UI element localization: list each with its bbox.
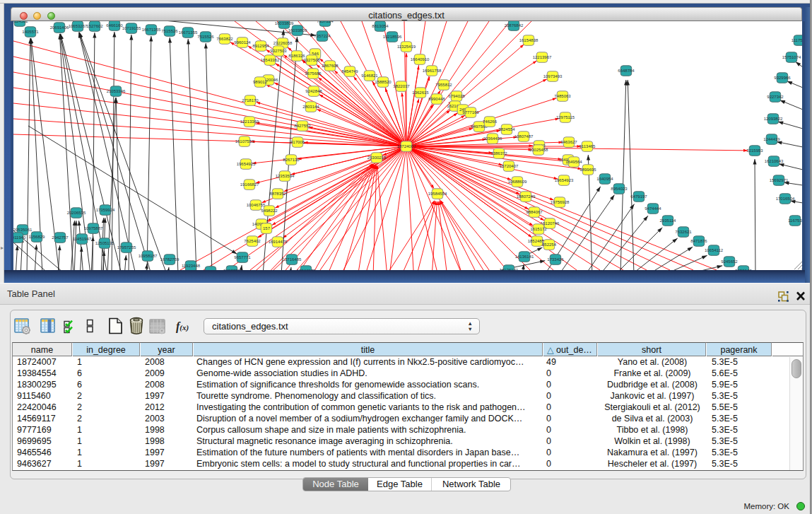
svg-text:9463627: 9463627 xyxy=(560,140,577,144)
svg-text:1588520: 1588520 xyxy=(375,80,392,84)
svg-text:9113465: 9113465 xyxy=(579,144,596,148)
svg-text:2867608: 2867608 xyxy=(322,64,339,68)
svg-text:16961758: 16961758 xyxy=(423,69,442,73)
svg-text:1244419: 1244419 xyxy=(763,137,780,141)
svg-text:9124502: 9124502 xyxy=(13,21,28,23)
svg-text:10688609: 10688609 xyxy=(508,180,527,184)
svg-text:3215953: 3215953 xyxy=(746,148,763,153)
svg-text:11923448: 11923448 xyxy=(182,264,201,268)
svg-text:12213967: 12213967 xyxy=(533,55,552,59)
svg-text:1117580: 1117580 xyxy=(792,38,802,42)
svg-text:7515526: 7515526 xyxy=(161,29,178,33)
svg-text:18724007: 18724007 xyxy=(397,144,416,148)
svg-text:16033809: 16033809 xyxy=(288,28,307,33)
svg-text:8454749: 8454749 xyxy=(341,69,358,74)
svg-text:7357224: 7357224 xyxy=(317,21,334,23)
svg-text:23226058: 23226058 xyxy=(273,41,293,45)
svg-text:8990448: 8990448 xyxy=(428,97,445,101)
svg-text:16671355: 16671355 xyxy=(142,28,161,32)
svg-text:9327503: 9327503 xyxy=(270,49,287,53)
svg-text:10719155: 10719155 xyxy=(122,26,141,30)
svg-text:8912954: 8912954 xyxy=(252,44,269,48)
svg-text:5498222: 5498222 xyxy=(261,209,278,213)
svg-text:16671355: 16671355 xyxy=(179,30,198,35)
svg-text:3911940: 3911940 xyxy=(13,235,26,240)
svg-text:116753: 116753 xyxy=(788,218,802,223)
svg-text:16640910: 16640910 xyxy=(411,57,430,62)
svg-text:19218596: 19218596 xyxy=(383,35,402,39)
svg-text:2935114: 2935114 xyxy=(660,218,677,223)
svg-text:25300215: 25300215 xyxy=(367,156,387,160)
svg-text:1615172: 1615172 xyxy=(530,227,547,231)
svg-text:8813054: 8813054 xyxy=(372,24,389,28)
svg-text:2718170: 2718170 xyxy=(242,98,259,103)
svg-text:1156829: 1156829 xyxy=(29,235,46,239)
svg-text:3675685: 3675685 xyxy=(305,71,322,76)
svg-text:1527602: 1527602 xyxy=(86,24,103,28)
svg-text:10046755: 10046755 xyxy=(247,203,266,207)
svg-text:10975887: 10975887 xyxy=(84,226,103,230)
svg-text:9242848: 9242848 xyxy=(305,89,322,93)
svg-text:852254: 852254 xyxy=(542,243,557,247)
svg-text:1649564: 1649564 xyxy=(565,160,582,164)
svg-text:12213369: 12213369 xyxy=(240,119,259,124)
svg-text:989012: 989012 xyxy=(253,80,268,84)
svg-text:9146821: 9146821 xyxy=(361,74,378,78)
svg-text:9327508: 9327508 xyxy=(303,58,320,62)
svg-text:16210643: 16210643 xyxy=(765,159,784,163)
svg-text:19584554: 19584554 xyxy=(428,192,447,196)
svg-text:16107553: 16107553 xyxy=(235,139,254,144)
svg-text:8427552: 8427552 xyxy=(294,124,311,128)
svg-text:1362615: 1362615 xyxy=(412,90,429,95)
svg-text:17957255: 17957255 xyxy=(117,245,136,250)
svg-text:19654923: 19654923 xyxy=(555,178,574,182)
svg-text:3824554: 3824554 xyxy=(498,127,515,132)
svg-text:1640954: 1640954 xyxy=(596,177,613,181)
svg-text:16033809: 16033809 xyxy=(275,21,294,25)
svg-text:7357224: 7357224 xyxy=(314,34,331,38)
svg-text:16543362: 16543362 xyxy=(261,58,280,62)
svg-text:10973493: 10973493 xyxy=(543,74,563,78)
svg-text:19166827: 19166827 xyxy=(240,182,259,187)
svg-text:7625402: 7625402 xyxy=(244,239,261,243)
svg-text:9657771: 9657771 xyxy=(234,255,251,259)
svg-text:19654925: 19654925 xyxy=(237,162,256,166)
svg-text:7955812: 7955812 xyxy=(435,83,452,87)
svg-text:9245652: 9245652 xyxy=(721,259,738,264)
svg-text:7632621: 7632621 xyxy=(675,230,692,234)
svg-text:746266: 746266 xyxy=(483,119,498,124)
svg-text:6479197: 6479197 xyxy=(630,194,647,199)
svg-text:9884067: 9884067 xyxy=(526,210,543,214)
svg-text:2942757: 2942757 xyxy=(52,235,69,240)
svg-text:18807249: 18807249 xyxy=(517,194,536,199)
svg-text:8954023: 8954023 xyxy=(611,187,628,191)
svg-text:8267130: 8267130 xyxy=(283,158,300,162)
svg-text:12353594: 12353594 xyxy=(276,174,295,178)
svg-text:17016504: 17016504 xyxy=(776,197,795,201)
svg-text:7386372: 7386372 xyxy=(490,151,507,156)
svg-text:7485063: 7485063 xyxy=(554,94,571,98)
svg-text:10025458: 10025458 xyxy=(529,148,548,152)
svg-text:16154838: 16154838 xyxy=(519,38,539,42)
svg-text:20206535: 20206535 xyxy=(67,211,86,215)
svg-text:3822037: 3822037 xyxy=(393,84,410,88)
svg-text:9899695: 9899695 xyxy=(579,168,596,172)
svg-text:1733426: 1733426 xyxy=(547,257,564,262)
svg-text:15720407: 15720407 xyxy=(500,164,519,168)
svg-text:12975115: 12975115 xyxy=(556,115,575,119)
svg-text:11325419: 11325419 xyxy=(397,45,416,49)
svg-text:16914479: 16914479 xyxy=(269,240,288,244)
svg-text:9474444: 9474444 xyxy=(645,206,661,211)
svg-text:10654112: 10654112 xyxy=(705,248,724,252)
svg-text:12505135: 12505135 xyxy=(95,241,114,245)
svg-text:7663822: 7663822 xyxy=(216,37,233,41)
svg-text:7515526: 7515526 xyxy=(197,35,214,39)
svg-text:20535061: 20535061 xyxy=(13,228,33,232)
svg-text:10807487: 10807487 xyxy=(514,134,534,139)
svg-text:19756928: 19756928 xyxy=(551,200,570,204)
svg-text:6794028: 6794028 xyxy=(448,94,465,98)
svg-text:2803144: 2803144 xyxy=(302,105,319,109)
svg-text:12093822: 12093822 xyxy=(764,117,783,121)
svg-text:20364436: 20364436 xyxy=(483,136,502,141)
svg-text:9777169: 9777169 xyxy=(462,110,479,115)
